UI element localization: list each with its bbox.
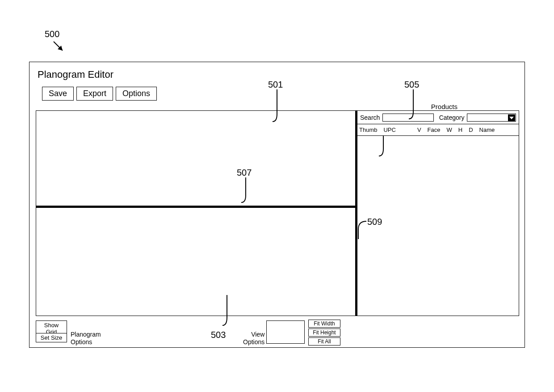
- search-input[interactable]: [382, 114, 433, 122]
- fit-width-button[interactable]: Fit Width: [308, 320, 340, 328]
- callout-507: 507: [237, 168, 252, 178]
- products-search-row: Search Category: [357, 111, 519, 124]
- chevron-down-icon: [508, 114, 515, 122]
- export-button[interactable]: Export: [76, 87, 113, 101]
- set-size-button[interactable]: Set Size: [36, 333, 67, 342]
- view-options-label: ViewOptions: [243, 331, 264, 346]
- leader-503: [222, 295, 236, 331]
- fit-height-button[interactable]: Fit Height: [308, 329, 340, 337]
- horizontal-divider[interactable]: [36, 206, 355, 208]
- col-thumb: Thumb: [359, 126, 377, 133]
- leader-501: [273, 89, 286, 130]
- callout-501: 501: [268, 80, 283, 90]
- fit-all-button[interactable]: Fit All: [308, 337, 340, 346]
- figure-ref-arrow: [51, 39, 69, 57]
- col-h: H: [458, 126, 462, 133]
- leader-507: [241, 177, 255, 209]
- leader-509: [353, 221, 371, 244]
- leader-505: [409, 89, 422, 124]
- products-columns-header: Thumb UPC V Face W H D Name: [357, 124, 519, 136]
- callout-505: 505: [404, 80, 419, 90]
- fit-buttons: Fit Width Fit Height Fit All: [308, 320, 340, 346]
- col-face: Face: [428, 126, 441, 133]
- options-button[interactable]: Options: [116, 87, 157, 101]
- col-d: D: [469, 126, 473, 133]
- category-select[interactable]: [467, 114, 516, 122]
- workspace-area: Search Category Thumb UPC V Face W H D N…: [36, 110, 519, 316]
- figure-ref-label: 500: [45, 29, 59, 39]
- col-name: Name: [479, 126, 495, 133]
- view-preview-box[interactable]: [266, 320, 305, 344]
- col-w: W: [447, 126, 452, 133]
- planogram-options-label: PlanogramOptions: [71, 331, 101, 346]
- callout-503: 503: [211, 330, 226, 340]
- col-upc: UPC: [383, 126, 395, 133]
- window-title: Planogram Editor: [38, 69, 113, 80]
- main-toolbar: Save Export Options: [42, 87, 157, 101]
- products-panel-label: Products: [431, 103, 457, 110]
- leader-upc: [379, 135, 392, 162]
- save-button[interactable]: Save: [42, 87, 74, 101]
- vertical-divider[interactable]: [355, 111, 357, 316]
- col-v: V: [417, 126, 421, 133]
- category-label: Category: [439, 114, 465, 121]
- search-label: Search: [360, 114, 380, 121]
- bottom-controls: Show Grid Set Size PlanogramOptions View…: [36, 320, 357, 346]
